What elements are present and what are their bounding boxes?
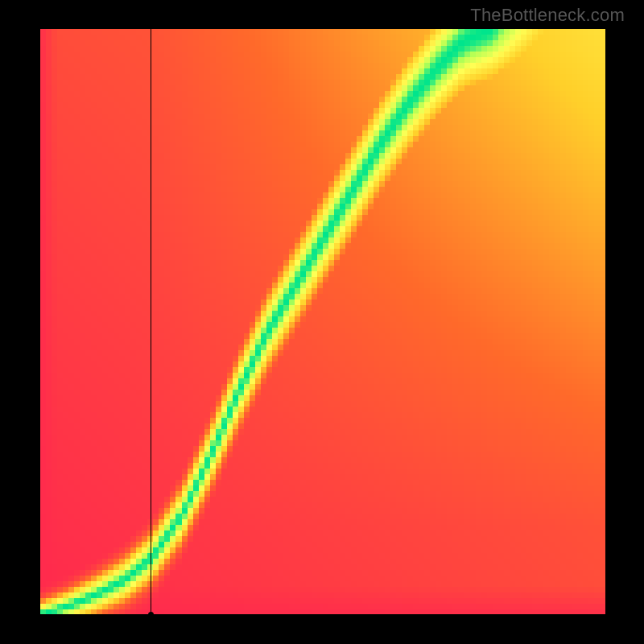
crosshair-vertical-line	[151, 29, 151, 615]
heatmap-plot	[40, 29, 605, 615]
attribution-text: TheBottleneck.com	[470, 5, 625, 26]
heatmap-canvas	[40, 29, 605, 615]
chart-frame: TheBottleneck.com	[0, 0, 644, 644]
crosshair-horizontal-line	[40, 614, 605, 615]
crosshair-dot-icon	[148, 612, 154, 617]
